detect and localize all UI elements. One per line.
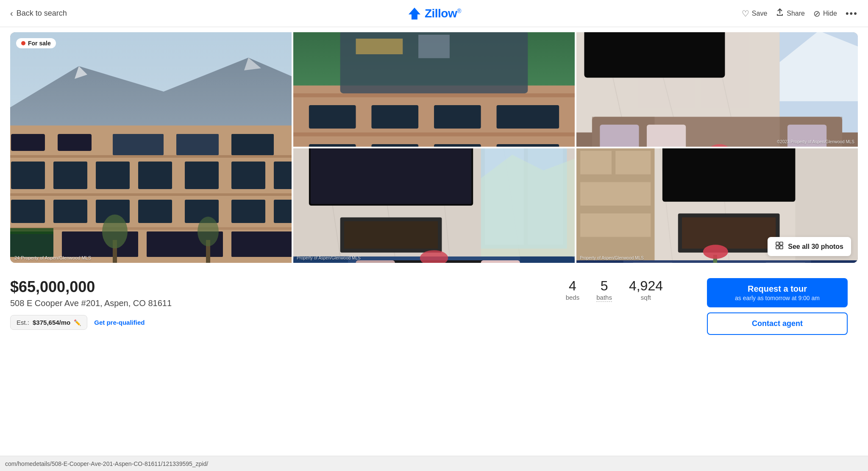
back-arrow-icon: ‹ (10, 8, 13, 18)
photo-4-credit: Property of Aspen/Glenwood MLS (297, 256, 361, 260)
svg-rect-49 (434, 144, 481, 147)
svg-marker-81 (481, 155, 575, 256)
see-all-label: See all 30 photos (788, 243, 843, 251)
est-label: Est.: (17, 319, 29, 326)
property-info: $65,000,000 508 E Cooper Ave #201, Aspen… (10, 278, 532, 335)
hide-button[interactable]: ⊘ Hide (813, 8, 837, 19)
page-header: ‹ Back to search Zillow® ♡ Save Share ⊘ … (0, 0, 868, 27)
svg-rect-48 (371, 144, 418, 147)
svg-rect-29 (10, 231, 53, 257)
back-to-search-button[interactable]: ‹ Back to search (10, 8, 67, 18)
get-prequalified-link[interactable]: Get pre-qualified (94, 319, 145, 326)
zillow-z-icon (407, 6, 422, 21)
photo-grid: For sale 24 Property of Aspen/Glenwood M… (10, 32, 858, 263)
svg-rect-103 (615, 151, 651, 174)
svg-rect-19 (185, 162, 219, 189)
svg-rect-45 (434, 105, 481, 128)
sqft-stat: 4,924 sqft (629, 278, 663, 301)
zillow-logo: Zillow® (407, 6, 461, 21)
share-icon (776, 8, 784, 19)
property-stats: 4 beds 5 baths 4,924 sqft (532, 278, 697, 335)
see-all-photos-button[interactable]: See all 30 photos (768, 237, 851, 256)
est-payment-row: Est.: $375,654/mo ✏️ Get pre-qualified (10, 315, 532, 330)
svg-rect-18 (138, 162, 172, 189)
svg-rect-11 (58, 134, 92, 151)
svg-rect-47 (309, 144, 356, 147)
save-label: Save (752, 10, 767, 17)
svg-rect-83 (311, 148, 472, 204)
photo-2[interactable] (293, 32, 575, 147)
svg-rect-15 (11, 162, 45, 189)
property-address: 508 E Cooper Ave #201, Aspen, CO 81611 (10, 298, 532, 308)
svg-rect-32 (231, 231, 292, 257)
grid-svg (775, 241, 784, 250)
photo-3[interactable]: ©2023 Property of Aspen/Glenwood MLS (576, 32, 858, 147)
svg-rect-20 (231, 162, 265, 189)
svg-rect-50 (497, 144, 559, 147)
contact-agent-button[interactable]: Contact agent (707, 312, 848, 335)
more-options-button[interactable]: ••• (846, 8, 858, 19)
save-button[interactable]: ♡ Save (742, 8, 767, 19)
share-svg (776, 8, 784, 17)
for-sale-text: For sale (28, 40, 51, 47)
svg-rect-17 (96, 162, 130, 189)
share-label: Share (787, 10, 805, 17)
property-details-section: $65,000,000 508 E Cooper Ave #201, Aspen… (0, 268, 868, 335)
svg-rect-41 (293, 93, 575, 97)
beds-label: beds (566, 294, 580, 301)
share-button[interactable]: Share (776, 8, 805, 19)
svg-rect-116 (811, 260, 858, 263)
svg-point-120 (703, 245, 728, 259)
svg-rect-7 (10, 155, 292, 158)
main-photo[interactable]: For sale 24 Property of Aspen/Glenwood M… (10, 32, 292, 263)
back-label: Back to search (17, 9, 67, 18)
svg-rect-28 (274, 200, 292, 223)
svg-rect-124 (780, 246, 783, 249)
tour-btn-main-label: Request a tour (715, 284, 839, 294)
photo-4[interactable]: Property of Aspen/Glenwood MLS (293, 148, 575, 263)
grid-icon (775, 241, 784, 252)
photo-5-credit: Property of Aspen/Glenwood MLS (580, 256, 644, 260)
svg-rect-33 (10, 228, 53, 234)
svg-rect-22 (11, 200, 45, 223)
zillow-wordmark: Zillow® (425, 7, 461, 20)
svg-rect-102 (580, 151, 612, 174)
photo-2-svg (293, 32, 575, 147)
header-actions: ♡ Save Share ⊘ Hide ••• (742, 8, 858, 19)
svg-rect-85 (344, 221, 438, 249)
svg-rect-67 (600, 125, 639, 147)
beds-stat: 4 beds (566, 278, 580, 301)
contact-panel: Request a tour as early as tomorrow at 9… (697, 278, 858, 335)
sqft-value: 4,924 (629, 278, 663, 294)
svg-rect-12 (113, 134, 164, 155)
svg-rect-21 (274, 162, 292, 189)
edit-icon[interactable]: ✏️ (74, 319, 81, 326)
beds-value: 4 (566, 278, 580, 294)
svg-rect-16 (53, 162, 87, 189)
property-price: $65,000,000 (10, 278, 532, 296)
svg-rect-112 (682, 217, 776, 249)
request-tour-button[interactable]: Request a tour as early as tomorrow at 9… (707, 278, 848, 307)
heart-icon: ♡ (742, 8, 749, 19)
baths-stat: 5 baths (596, 278, 612, 302)
svg-rect-27 (231, 200, 265, 223)
svg-rect-42 (293, 132, 575, 136)
svg-rect-110 (662, 148, 796, 202)
for-sale-dot (21, 41, 25, 45)
svg-rect-46 (497, 105, 559, 128)
est-payment-badge: Est.: $375,654/mo ✏️ (10, 315, 87, 330)
svg-point-35 (102, 215, 128, 248)
svg-rect-105 (580, 213, 651, 237)
svg-marker-0 (409, 8, 420, 20)
svg-rect-14 (231, 134, 274, 155)
baths-label: baths (596, 294, 612, 302)
sqft-label: sqft (641, 294, 651, 301)
baths-value: 5 (596, 278, 612, 294)
photo-3-credit: ©2023 Property of Aspen/Glenwood MLS (777, 139, 854, 144)
photo-5[interactable]: See all 30 photos Property of Aspen/Glen… (576, 148, 858, 263)
for-sale-badge: For sale (16, 38, 56, 48)
svg-rect-13 (176, 134, 219, 155)
photo-3-svg (576, 32, 858, 147)
hide-label: Hide (823, 10, 837, 17)
main-photo-credit: 24 Property of Aspen/Glenwood MLS (14, 255, 91, 260)
